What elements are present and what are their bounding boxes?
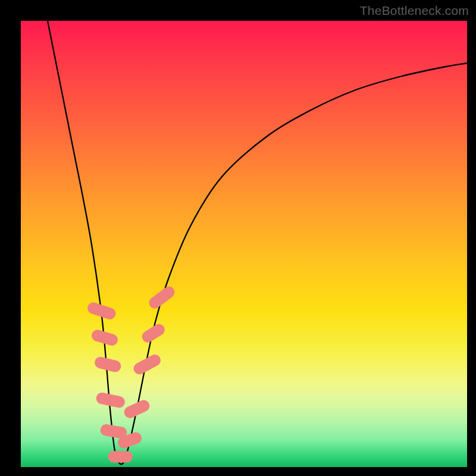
curve-marker <box>122 398 151 420</box>
curve-marker <box>140 322 167 345</box>
chart-frame: TheBottleneck.com <box>0 0 476 476</box>
chart-plot-area <box>21 21 467 467</box>
chart-svg <box>21 21 467 467</box>
curve-marker <box>95 392 126 409</box>
watermark-label: TheBottleneck.com <box>360 4 469 18</box>
curve-markers <box>86 284 177 463</box>
curve-marker <box>147 284 177 311</box>
curve-marker <box>93 356 122 374</box>
curve-marker <box>108 451 133 463</box>
